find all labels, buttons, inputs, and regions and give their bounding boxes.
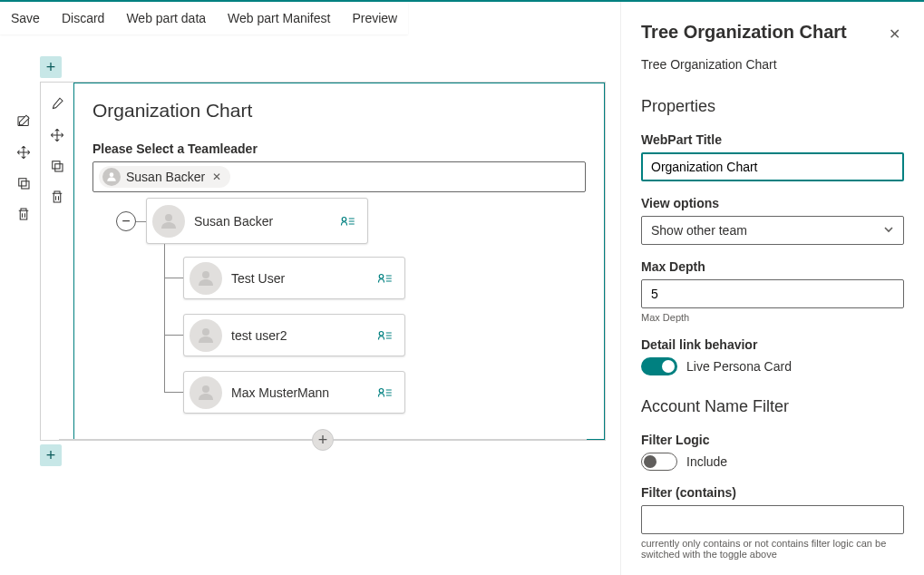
filter-contains-input[interactable] <box>641 505 904 534</box>
webpart-title-label: WebPart Title <box>641 132 904 147</box>
outer-rail <box>7 82 40 223</box>
property-panel: Tree Organization Chart ✕ Tree Organizat… <box>620 2 924 575</box>
panel-title: Tree Organization Chart <box>641 22 847 43</box>
preview-button[interactable]: Preview <box>341 2 408 34</box>
svg-point-13 <box>379 388 384 393</box>
filter-logic-toggle[interactable] <box>641 453 677 471</box>
svg-rect-3 <box>53 161 60 169</box>
node-name: Max MusterMann <box>231 385 368 400</box>
avatar-icon <box>190 262 222 295</box>
node-details-icon[interactable] <box>377 386 394 399</box>
picker-chip: Susan Backer ✕ <box>99 166 230 188</box>
webpart-selected: Organization Chart Please Select a Teaml… <box>73 83 605 440</box>
svg-rect-4 <box>55 164 63 171</box>
detail-link-value: Live Persona Card <box>686 359 792 374</box>
node-name: Test User <box>231 271 368 286</box>
inner-rail <box>41 83 73 440</box>
svg-point-8 <box>202 271 209 278</box>
svg-point-7 <box>342 217 346 221</box>
remove-chip-icon[interactable]: ✕ <box>210 171 223 183</box>
chart-title: Organization Chart <box>92 100 586 122</box>
add-section-top-button[interactable]: + <box>40 56 62 78</box>
max-depth-input[interactable] <box>641 279 904 308</box>
max-depth-label: Max Depth <box>641 259 904 274</box>
select-value: Show other team <box>651 223 747 238</box>
avatar-icon <box>102 168 121 186</box>
filter-contains-label: Filter (contains) <box>641 485 904 500</box>
svg-point-10 <box>202 328 209 336</box>
chevron-down-icon <box>883 223 894 238</box>
svg-point-12 <box>202 385 209 393</box>
edit-icon[interactable] <box>15 112 33 131</box>
move-webpart-icon[interactable] <box>48 126 66 144</box>
edit-webpart-icon[interactable] <box>48 95 66 113</box>
svg-rect-2 <box>22 181 29 189</box>
view-options-label: View options <box>641 196 904 210</box>
canvas-area: + Organization Chart Please Select a Tea… <box>0 38 620 575</box>
node-name: Susan Backer <box>194 214 331 229</box>
filter-logic-value: Include <box>686 454 727 469</box>
tree-node[interactable]: Max MusterMann <box>183 371 405 414</box>
webpart-frame: Organization Chart Please Select a Teaml… <box>40 82 606 441</box>
discard-button[interactable]: Discard <box>51 2 115 34</box>
picker-label: Please Select a Teamleader <box>92 141 586 156</box>
node-details-icon[interactable] <box>340 215 356 228</box>
org-tree: − Susan Backer <box>92 198 586 421</box>
webpart-data-button[interactable]: Web part data <box>115 2 217 34</box>
detail-link-toggle[interactable] <box>641 357 677 375</box>
svg-point-9 <box>379 274 384 278</box>
node-details-icon[interactable] <box>377 329 394 342</box>
tree-node[interactable]: test user2 <box>183 314 405 356</box>
chip-name: Susan Backer <box>126 170 205 184</box>
node-name: test user2 <box>231 328 368 343</box>
tree-node[interactable]: Test User <box>183 257 405 299</box>
move-icon[interactable] <box>15 143 33 161</box>
avatar-icon <box>190 319 222 352</box>
webpart-manifest-button[interactable]: Web part Manifest <box>217 2 341 34</box>
add-webpart-button[interactable]: + <box>312 429 334 451</box>
collapse-toggle[interactable]: − <box>116 211 136 231</box>
webpart-title-input[interactable] <box>641 152 904 181</box>
people-picker[interactable]: Susan Backer ✕ <box>92 161 586 192</box>
save-button[interactable]: Save <box>0 2 51 34</box>
filter-logic-label: Filter Logic <box>641 433 904 447</box>
duplicate-webpart-icon[interactable] <box>48 157 66 175</box>
delete-webpart-icon[interactable] <box>48 188 66 206</box>
node-details-icon[interactable] <box>377 272 394 285</box>
svg-point-6 <box>165 214 172 221</box>
panel-subtitle: Tree Organization Chart <box>641 57 904 72</box>
svg-point-11 <box>379 331 384 336</box>
svg-point-5 <box>110 172 114 177</box>
detail-link-label: Detail link behavior <box>641 337 904 352</box>
close-panel-icon[interactable]: ✕ <box>885 22 904 46</box>
delete-icon[interactable] <box>15 205 33 223</box>
add-section-bottom-button[interactable]: + <box>40 444 62 466</box>
filter-help: currently only contains or not contains … <box>641 538 904 560</box>
avatar-icon <box>152 205 185 238</box>
view-options-select[interactable]: Show other team <box>641 216 904 245</box>
properties-heading: Properties <box>641 97 904 116</box>
avatar-icon <box>190 376 222 409</box>
tree-node-root[interactable]: Susan Backer <box>146 198 368 244</box>
max-depth-help: Max Depth <box>641 312 904 323</box>
duplicate-icon[interactable] <box>15 174 33 192</box>
filter-heading: Account Name Filter <box>641 397 904 416</box>
svg-rect-1 <box>19 179 26 186</box>
